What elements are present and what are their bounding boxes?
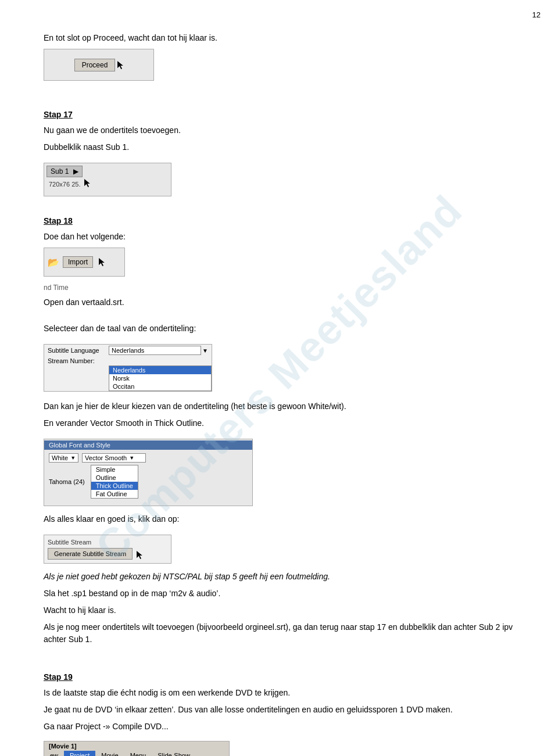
style-fat-outline[interactable]: Fat Outline — [91, 490, 138, 498]
style-dropdown-list: Simple Outline Thick Outline Fat Outline — [91, 465, 138, 499]
compile-menu-movie[interactable]: Movie — [95, 751, 124, 756]
fontstyle-row2: Tahoma (24) Simple Outline Thick Outline… — [44, 464, 252, 500]
sublang-dropdown-list: Nederlands Norsk Occitan — [109, 366, 212, 391]
sub1-label: Sub 1 ▶ — [46, 166, 83, 177]
step18-line2: Open dan vertaald.srt. — [44, 296, 514, 309]
step18-line3: Selecteer dan de taal van de ondertiteli… — [44, 323, 514, 335]
sublang-label: Subtitle Language — [48, 347, 109, 354]
main-content: En tot slot op Proceed, wacht dan tot hi… — [44, 32, 514, 756]
genstream-label: Subtitle Stream — [48, 539, 167, 546]
sublang-dropdown-arrow[interactable]: ▼ — [202, 347, 208, 354]
import-button[interactable]: Import — [63, 256, 93, 268]
compile-menu-slideshow[interactable]: Slide-Show — [152, 751, 196, 756]
step17-line1: Nu gaan we de ondertitels toevoegen. — [44, 124, 514, 137]
style-thick-outline[interactable]: Thick Outline — [91, 482, 138, 490]
step18-line4: Dan kan je hier de kleur kiezen van de o… — [44, 400, 514, 413]
compile-menubar: ew Project Movie Menu Slide-Show — [44, 751, 229, 756]
cursor-icon — [116, 60, 123, 70]
style-simple[interactable]: Simple — [91, 465, 138, 474]
cursor-icon2 — [84, 178, 91, 188]
stream-number-label: Stream Number: — [48, 357, 109, 364]
step19-heading: Stap 19 — [44, 671, 514, 683]
import-screenshot: 📂 Import — [44, 248, 125, 277]
italic-line2: Sla het .sp1 bestand op in de map ‘m2v &… — [44, 587, 514, 600]
step19-line2: Je gaat nu de DVD ‘in elkaar zetten’. Du… — [44, 704, 514, 716]
compile-menu-menu[interactable]: Menu — [124, 751, 152, 756]
nd-time-label: nd Time — [44, 284, 514, 292]
compile-movie-label: [Movie 1] — [44, 741, 81, 751]
italic-line1: Als je niet goed hebt gekozen bij NTSC/P… — [44, 571, 514, 583]
color-dropdown[interactable]: White ▼ — [49, 453, 78, 463]
step18-heading: Stap 18 — [44, 215, 514, 227]
sublang-row1: Subtitle Language Nederlands ▼ — [44, 345, 212, 356]
proceed-button[interactable]: Proceed — [74, 59, 116, 71]
step17-heading: Stap 17 — [44, 109, 514, 121]
genstream-button[interactable]: Generate Subtitle Stream — [48, 548, 133, 560]
color-arrow: ▼ — [70, 455, 76, 461]
compile-menu-project[interactable]: Project — [64, 751, 95, 756]
genstream-screenshot: Subtitle Stream Generate Subtitle Stream — [44, 535, 171, 564]
color-value: White — [52, 454, 68, 461]
italic-line3: Wacht to hij klaar is. — [44, 604, 514, 617]
cursor-icon4 — [135, 550, 142, 560]
option-nederlands[interactable]: Nederlands — [109, 366, 211, 374]
step19-line3: Ga naar Project -» Compile DVD... — [44, 721, 514, 733]
fontstyle-title: Global Font and Style — [44, 440, 252, 450]
cursor-icon3 — [98, 257, 105, 267]
intro-text: En tot slot op Proceed, wacht dan tot hi… — [44, 32, 514, 44]
sublang-screenshot: Subtitle Language Nederlands ▼ Stream Nu… — [44, 344, 212, 392]
style-value: Vector Smooth — [85, 454, 127, 461]
sublang-field[interactable]: Nederlands — [109, 346, 201, 355]
step18-line6: Als alles klaar en goed is, klik dan op: — [44, 513, 514, 525]
option-norsk[interactable]: Norsk — [109, 374, 211, 382]
compile-header: [Movie 1] — [44, 741, 229, 751]
italic-line4: Als je nog meer ondertitels wilt toevoeg… — [44, 621, 514, 646]
step19-line1: Is de laatste stap die écht nodig is om … — [44, 687, 514, 699]
step18-line1: Doe dan het volgende: — [44, 231, 514, 243]
style-outline[interactable]: Outline — [91, 474, 138, 482]
sub1-screenshot: Sub 1 ▶ 720x76 25. — [44, 163, 171, 196]
font-label: Tahoma (24) — [49, 478, 85, 485]
page-number: 12 — [532, 10, 541, 19]
step18-line5: En verander Vector Smooth in Thick Outli… — [44, 417, 514, 429]
proceed-screenshot: Proceed — [44, 49, 154, 81]
step17-line2: Dubbelklik naast Sub 1. — [44, 141, 514, 153]
fontstyle-row1: White ▼ Vector Smooth ▼ — [44, 452, 252, 464]
style-dropdown[interactable]: Vector Smooth ▼ — [82, 453, 146, 463]
compile-screenshot: [Movie 1] ew Project Movie Menu Slide-Sh… — [44, 741, 230, 756]
sublang-row2: Stream Number: — [44, 356, 212, 366]
option-occitan[interactable]: Occitan — [109, 382, 211, 390]
fontstyle-screenshot: Global Font and Style White ▼ Vector Smo… — [44, 439, 253, 506]
style-arrow: ▼ — [129, 455, 134, 461]
compile-menu-ew[interactable]: ew — [44, 751, 64, 756]
sub1-info: 720x76 25. — [46, 178, 169, 188]
